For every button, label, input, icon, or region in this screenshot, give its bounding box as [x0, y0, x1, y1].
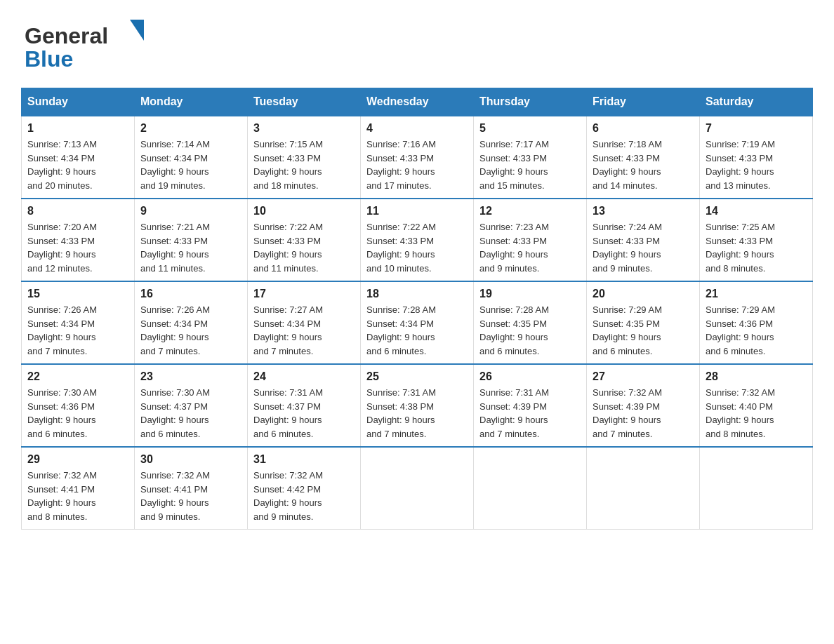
week-row-2: 8Sunrise: 7:20 AMSunset: 4:33 PMDaylight… [22, 199, 813, 281]
calendar-cell: 5Sunrise: 7:17 AMSunset: 4:33 PMDaylight… [474, 116, 587, 199]
day-info: Sunrise: 7:25 AMSunset: 4:33 PMDaylight:… [706, 220, 807, 275]
day-info: Sunrise: 7:29 AMSunset: 4:36 PMDaylight:… [706, 303, 807, 358]
day-info: Sunrise: 7:28 AMSunset: 4:34 PMDaylight:… [366, 303, 468, 358]
calendar-cell: 25Sunrise: 7:31 AMSunset: 4:38 PMDayligh… [361, 364, 474, 447]
calendar-cell: 20Sunrise: 7:29 AMSunset: 4:35 PMDayligh… [587, 281, 700, 364]
day-number: 4 [366, 122, 468, 135]
week-row-5: 29Sunrise: 7:32 AMSunset: 4:41 PMDayligh… [22, 447, 813, 530]
calendar-cell [700, 447, 813, 530]
day-info: Sunrise: 7:30 AMSunset: 4:37 PMDaylight:… [140, 386, 241, 441]
calendar-cell: 27Sunrise: 7:32 AMSunset: 4:39 PMDayligh… [587, 364, 700, 447]
calendar-table: SundayMondayTuesdayWednesdayThursdayFrid… [21, 88, 813, 530]
day-number: 18 [366, 288, 468, 300]
day-info: Sunrise: 7:22 AMSunset: 4:33 PMDaylight:… [253, 220, 355, 275]
day-number: 14 [706, 205, 807, 217]
day-number: 11 [366, 205, 468, 217]
weekday-header-sunday: Sunday [22, 88, 135, 116]
day-info: Sunrise: 7:28 AMSunset: 4:35 PMDaylight:… [479, 303, 581, 358]
calendar-cell: 29Sunrise: 7:32 AMSunset: 4:41 PMDayligh… [22, 447, 135, 530]
calendar-cell: 18Sunrise: 7:28 AMSunset: 4:34 PMDayligh… [361, 281, 474, 364]
day-info: Sunrise: 7:32 AMSunset: 4:41 PMDaylight:… [140, 469, 241, 523]
day-number: 22 [27, 370, 128, 383]
day-number: 23 [140, 370, 241, 383]
day-info: Sunrise: 7:24 AMSunset: 4:33 PMDaylight:… [593, 220, 694, 275]
day-number: 6 [593, 122, 694, 135]
day-info: Sunrise: 7:22 AMSunset: 4:33 PMDaylight:… [366, 220, 468, 275]
day-number: 30 [140, 453, 241, 466]
day-info: Sunrise: 7:21 AMSunset: 4:33 PMDaylight:… [140, 220, 241, 275]
calendar-cell: 6Sunrise: 7:18 AMSunset: 4:33 PMDaylight… [587, 116, 700, 199]
day-info: Sunrise: 7:19 AMSunset: 4:33 PMDaylight:… [706, 137, 807, 192]
day-info: Sunrise: 7:14 AMSunset: 4:34 PMDaylight:… [140, 137, 241, 192]
week-row-4: 22Sunrise: 7:30 AMSunset: 4:36 PMDayligh… [22, 364, 813, 447]
day-info: Sunrise: 7:17 AMSunset: 4:33 PMDaylight:… [479, 137, 581, 192]
day-info: Sunrise: 7:30 AMSunset: 4:36 PMDaylight:… [27, 386, 128, 441]
day-info: Sunrise: 7:15 AMSunset: 4:33 PMDaylight:… [253, 137, 355, 192]
weekday-header-thursday: Thursday [474, 88, 587, 116]
calendar-cell: 11Sunrise: 7:22 AMSunset: 4:33 PMDayligh… [361, 199, 474, 281]
day-info: Sunrise: 7:16 AMSunset: 4:33 PMDaylight:… [366, 137, 468, 192]
calendar-cell: 2Sunrise: 7:14 AMSunset: 4:34 PMDaylight… [135, 116, 248, 199]
day-info: Sunrise: 7:32 AMSunset: 4:42 PMDaylight:… [253, 469, 355, 523]
day-number: 3 [253, 122, 355, 135]
day-number: 27 [593, 370, 694, 383]
day-number: 13 [593, 205, 694, 217]
day-info: Sunrise: 7:18 AMSunset: 4:33 PMDaylight:… [593, 137, 694, 192]
svg-text:Blue: Blue [25, 46, 73, 72]
day-number: 28 [706, 370, 807, 383]
calendar-cell: 30Sunrise: 7:32 AMSunset: 4:41 PMDayligh… [135, 447, 248, 530]
calendar-cell: 10Sunrise: 7:22 AMSunset: 4:33 PMDayligh… [248, 199, 361, 281]
day-info: Sunrise: 7:26 AMSunset: 4:34 PMDaylight:… [140, 303, 241, 358]
svg-text:General: General [25, 23, 108, 48]
calendar-cell: 15Sunrise: 7:26 AMSunset: 4:34 PMDayligh… [22, 281, 135, 364]
day-info: Sunrise: 7:31 AMSunset: 4:39 PMDaylight:… [479, 386, 581, 441]
day-info: Sunrise: 7:32 AMSunset: 4:40 PMDaylight:… [706, 386, 807, 441]
calendar-cell [474, 447, 587, 530]
calendar-cell: 14Sunrise: 7:25 AMSunset: 4:33 PMDayligh… [700, 199, 813, 281]
calendar-cell: 22Sunrise: 7:30 AMSunset: 4:36 PMDayligh… [22, 364, 135, 447]
day-info: Sunrise: 7:26 AMSunset: 4:34 PMDaylight:… [27, 303, 128, 358]
calendar-cell: 31Sunrise: 7:32 AMSunset: 4:42 PMDayligh… [248, 447, 361, 530]
day-info: Sunrise: 7:31 AMSunset: 4:38 PMDaylight:… [366, 386, 468, 441]
day-info: Sunrise: 7:13 AMSunset: 4:34 PMDaylight:… [27, 137, 128, 192]
calendar-cell: 17Sunrise: 7:27 AMSunset: 4:34 PMDayligh… [248, 281, 361, 364]
weekday-header-tuesday: Tuesday [248, 88, 361, 116]
day-number: 2 [140, 122, 241, 135]
svg-marker-1 [130, 20, 144, 41]
day-number: 17 [253, 288, 355, 300]
calendar-cell [587, 447, 700, 530]
page-header: General Blue [21, 14, 813, 74]
calendar-cell: 8Sunrise: 7:20 AMSunset: 4:33 PMDaylight… [22, 199, 135, 281]
day-number: 8 [27, 205, 128, 217]
logo-svg: General Blue [21, 14, 144, 74]
day-number: 1 [27, 122, 128, 135]
day-number: 20 [593, 288, 694, 300]
calendar-cell: 1Sunrise: 7:13 AMSunset: 4:34 PMDaylight… [22, 116, 135, 199]
day-number: 7 [706, 122, 807, 135]
calendar-cell: 21Sunrise: 7:29 AMSunset: 4:36 PMDayligh… [700, 281, 813, 364]
calendar-cell: 12Sunrise: 7:23 AMSunset: 4:33 PMDayligh… [474, 199, 587, 281]
day-number: 25 [366, 370, 468, 383]
weekday-header-friday: Friday [587, 88, 700, 116]
day-number: 26 [479, 370, 581, 383]
calendar-cell: 24Sunrise: 7:31 AMSunset: 4:37 PMDayligh… [248, 364, 361, 447]
week-row-1: 1Sunrise: 7:13 AMSunset: 4:34 PMDaylight… [22, 116, 813, 199]
calendar-cell: 9Sunrise: 7:21 AMSunset: 4:33 PMDaylight… [135, 199, 248, 281]
day-number: 29 [27, 453, 128, 466]
weekday-header-saturday: Saturday [700, 88, 813, 116]
day-number: 24 [253, 370, 355, 383]
calendar-cell: 7Sunrise: 7:19 AMSunset: 4:33 PMDaylight… [700, 116, 813, 199]
day-info: Sunrise: 7:32 AMSunset: 4:41 PMDaylight:… [27, 469, 128, 523]
day-number: 12 [479, 205, 581, 217]
weekday-header-wednesday: Wednesday [361, 88, 474, 116]
logo: General Blue [21, 14, 144, 74]
weekday-header-monday: Monday [135, 88, 248, 116]
week-row-3: 15Sunrise: 7:26 AMSunset: 4:34 PMDayligh… [22, 281, 813, 364]
day-info: Sunrise: 7:27 AMSunset: 4:34 PMDaylight:… [253, 303, 355, 358]
calendar-cell: 23Sunrise: 7:30 AMSunset: 4:37 PMDayligh… [135, 364, 248, 447]
weekday-header-row: SundayMondayTuesdayWednesdayThursdayFrid… [22, 88, 813, 116]
calendar-cell: 3Sunrise: 7:15 AMSunset: 4:33 PMDaylight… [248, 116, 361, 199]
day-number: 31 [253, 453, 355, 466]
day-number: 16 [140, 288, 241, 300]
day-info: Sunrise: 7:31 AMSunset: 4:37 PMDaylight:… [253, 386, 355, 441]
